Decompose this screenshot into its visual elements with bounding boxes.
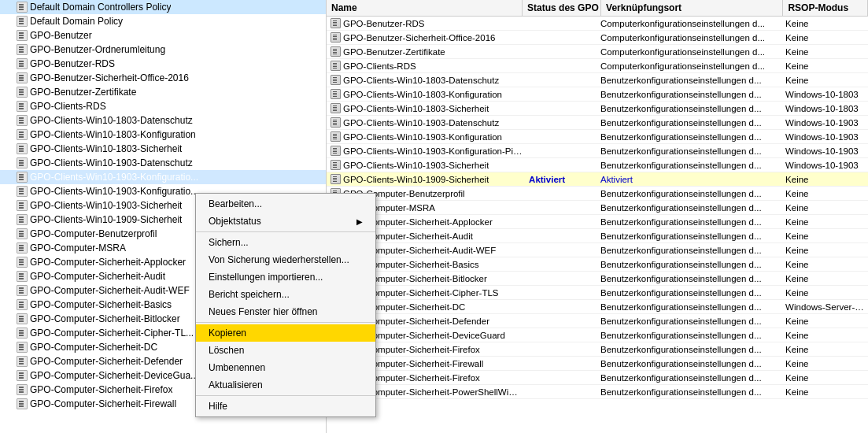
context-menu-item-bericht-speichern[interactable]: Bericht speichern... — [196, 286, 375, 303]
context-menu-item-loeschen[interactable]: Löschen — [196, 342, 375, 359]
list-cell-status — [526, 314, 597, 328]
context-menu-item-hilfe[interactable]: Hilfe — [196, 398, 375, 415]
list-row[interactable]: GPO-Computer-Sicherheit-BitlockerBenutze… — [327, 272, 868, 286]
list-cell-status — [526, 102, 597, 116]
list-cell-status — [526, 243, 597, 257]
context-menu-item-neues-fenster[interactable]: Neues Fenster hier öffnen — [196, 303, 375, 320]
list-cell-location: Benutzerkonfigurationseinstellungen d... — [597, 243, 782, 257]
tree-item-gpo-clients-1803-ds[interactable]: GPO-Clients-Win10-1803-Datenschutz — [0, 113, 326, 128]
context-menu-label: Von Sicherung wiederherstellen... — [209, 254, 349, 265]
list-cell-comment: Keine — [782, 314, 868, 328]
list-row[interactable]: GPO-Computer-BenutzerprofilBenutzerkonfi… — [327, 187, 868, 201]
context-menu-item-kopieren[interactable]: Kopieren — [196, 324, 375, 342]
list-cell-location: Benutzerkonfigurationseinstellungen d... — [597, 257, 782, 272]
list-cell-name-text: GPO-Clients-Win10-1803-Konfiguration — [343, 87, 502, 102]
list-row[interactable]: GPO-Computer-Sicherheit-AuditBenutzerkon… — [327, 229, 868, 243]
list-row[interactable]: GPO-Clients-RDSComputerkonfigurationsein… — [327, 59, 868, 73]
list-cell-comment: Windows-10-1803 — [782, 102, 868, 116]
list-row[interactable]: GPO-Clients-Win10-1803-SicherheitBenutze… — [327, 102, 868, 116]
tree-item-gpo-benutzer-ord[interactable]: GPO-Benutzer-Ordnerumleitung — [0, 43, 326, 57]
tree-item-gpo-clients-1803-sich[interactable]: GPO-Clients-Win10-1803-Sicherheit — [0, 142, 326, 156]
list-cell-comment: Keine — [782, 272, 868, 286]
list-cell-status — [526, 130, 597, 144]
tree-item-label: GPO-Computer-Sicherheit-Audit-WEF — [30, 283, 190, 298]
list-cell-status — [526, 357, 597, 371]
list-header: NameStatus des GPOVerknüpfungsortRSOP-Mo… — [327, 0, 868, 17]
list-row[interactable]: GPO-Clients-Win10-1903-DatenschutzBenutz… — [327, 116, 868, 130]
context-menu-item-umbenennen[interactable]: Umbenennen — [196, 359, 375, 376]
gpo-list-icon — [330, 131, 341, 142]
tree-item-gpo-clients-1903-ds[interactable]: GPO-Clients-Win10-1903-Datenschutz — [0, 156, 326, 170]
tree-item-gpo-clients-rds[interactable]: GPO-Clients-RDS — [0, 99, 326, 113]
list-cell-name-text: GPO-Clients-Win10-1903-Konfiguration-Pin… — [343, 144, 523, 158]
list-cell-name: GPO-Benutzer-RDS — [327, 17, 526, 31]
list-cell-comment: Keine — [782, 187, 868, 201]
list-row[interactable]: GPO-Computer-Sicherheit-DCBenutzerkonfig… — [327, 300, 868, 314]
list-row[interactable]: GPO-Computer-MSRABenutzerkonfigurationse… — [327, 201, 868, 215]
gpo-tree-icon — [16, 1, 28, 13]
list-row[interactable]: GPO-Computer-Sicherheit-Audit-WEFBenutze… — [327, 243, 868, 257]
main-container: Default Domain Controllers PolicyDefault… — [0, 0, 868, 433]
list-row[interactable]: GPO-Computer-Sicherheit-ApplockerBenutze… — [327, 215, 868, 229]
tree-item-gpo-clients-1903-konf[interactable]: GPO-Clients-Win10-1903-Konfiguratio... — [0, 170, 326, 184]
submenu-arrow-icon: ▶ — [356, 217, 363, 226]
context-menu-item-sichern[interactable]: Sichern... — [196, 234, 375, 251]
list-row[interactable]: GPO-Computer-Sicherheit-Cipher-TLSBenutz… — [327, 286, 868, 300]
tree-item-ddcp[interactable]: Default Domain Controllers Policy — [0, 0, 326, 14]
context-menu-item-einstellungen-importieren[interactable]: Einstellungen importieren... — [196, 268, 375, 286]
gpo-tree-icon — [16, 313, 28, 325]
tree-item-label: GPO-Clients-RDS — [30, 99, 106, 113]
list-row[interactable]: GPO-Computer-Sicherheit-BasicsBenutzerko… — [327, 257, 868, 272]
context-menu-item-von-sicherung[interactable]: Von Sicherung wiederherstellen... — [196, 251, 375, 268]
gpo-tree-icon — [16, 369, 28, 382]
list-row[interactable]: GPO-Computer-Sicherheit-DefenderBenutzer… — [327, 314, 868, 328]
list-row[interactable]: GPO-Clients-Win10-1803-DatenschutzBenutz… — [327, 73, 868, 87]
list-cell-location: Computerkonfigurationseinstellungen d... — [597, 17, 782, 31]
list-cell-location: Benutzerkonfigurationseinstellungen d... — [597, 229, 782, 243]
list-row[interactable]: GPO-Computer-Sicherheit-FirefoxBenutzerk… — [327, 342, 868, 357]
gpo-tree-icon — [16, 185, 28, 198]
list-row[interactable]: GPO-Computer-Sicherheit-DeviceGuardBenut… — [327, 328, 868, 342]
list-row[interactable]: GPO-Computer-Sicherheit-PowerShellWinRMB… — [327, 385, 868, 399]
list-header-col-location: Verknüpfungsort — [601, 0, 783, 16]
gpo-tree-icon — [16, 114, 28, 127]
tree-item-gpo-clients-1803-konf[interactable]: GPO-Clients-Win10-1803-Konfiguration — [0, 128, 326, 142]
list-cell-location: Benutzerkonfigurationseinstellungen d... — [597, 300, 782, 314]
list-row[interactable]: GPO-Clients-Win10-1803-KonfigurationBenu… — [327, 87, 868, 102]
list-cell-name-text: GPO-Benutzer-RDS — [343, 17, 425, 31]
list-cell-status — [526, 286, 597, 300]
gpo-tree-icon — [16, 355, 28, 368]
list-row[interactable]: GPO-Clients-Win10-1903-KonfigurationBenu… — [327, 130, 868, 144]
tree-item-ddp[interactable]: Default Domain Policy — [0, 14, 326, 28]
context-menu-item-aktualisieren[interactable]: Aktualisieren — [196, 376, 375, 394]
tree-item-label: GPO-Benutzer-RDS — [30, 57, 115, 71]
gpo-tree-icon — [16, 256, 28, 268]
context-menu-label: Hilfe — [209, 401, 227, 412]
right-panel: NameStatus des GPOVerknüpfungsortRSOP-Mo… — [327, 0, 868, 433]
list-row[interactable]: GPO-Clients-Win10-1903-Konfiguration-Pin… — [327, 144, 868, 158]
list-row[interactable]: GPO-Benutzer-RDSComputerkonfigurationsei… — [327, 17, 868, 31]
gpo-tree-icon — [16, 15, 28, 28]
list-cell-location: Benutzerkonfigurationseinstellungen d... — [597, 87, 782, 102]
tree-item-gpo-benutzer-rds[interactable]: GPO-Benutzer-RDS — [0, 57, 326, 71]
list-row[interactable]: GPO-Clients-Win10-1909-SicherheitAktivie… — [327, 172, 868, 187]
gpo-tree-icon — [16, 57, 28, 70]
list-cell-location: Benutzerkonfigurationseinstellungen d... — [597, 328, 782, 342]
tree-item-label: GPO-Computer-Sicherheit-Audit — [30, 269, 165, 283]
tree-item-gpo-benutzer-sicherheit[interactable]: GPO-Benutzer-Sicherheit-Office-2016 — [0, 71, 326, 85]
context-menu-label: Aktualisieren — [209, 379, 263, 390]
tree-item-gpo-benutzer[interactable]: GPO-Benutzer — [0, 28, 326, 43]
list-row[interactable]: GPO-Clients-Win10-1903-SicherheitBenutze… — [327, 158, 868, 172]
context-menu-item-objektstatus[interactable]: Objektstatus▶ — [196, 213, 375, 230]
list-cell-comment: Windows-10-1903 — [782, 130, 868, 144]
context-menu-item-bearbeiten[interactable]: Bearbeiten... — [196, 195, 375, 213]
list-row[interactable]: GPO-Benutzer-Sicherheit-Office-2016Compu… — [327, 31, 868, 45]
list-cell-status — [526, 17, 597, 31]
tree-item-label: GPO-Computer-Sicherheit-Firewall — [30, 397, 176, 411]
tree-item-label: GPO-Computer-Sicherheit-Bitlocker — [30, 312, 180, 326]
tree-item-gpo-benutzer-zert[interactable]: GPO-Benutzer-Zertifikate — [0, 85, 326, 99]
gpo-tree-icon — [16, 100, 28, 113]
list-row[interactable]: GPO-Computer-Sicherheit-FirefoxBenutzerk… — [327, 371, 868, 385]
list-row[interactable]: GPO-Benutzer-ZertifikateComputerkonfigur… — [327, 45, 868, 59]
list-row[interactable]: GPO-Computer-Sicherheit-FirewallBenutzer… — [327, 357, 868, 371]
